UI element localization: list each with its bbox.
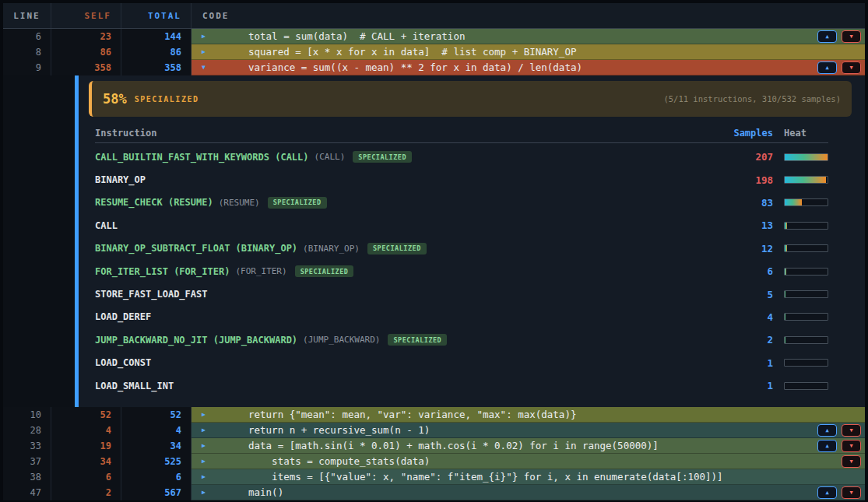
expander-collapsed-icon[interactable]: ▶ — [202, 458, 211, 465]
jump-down-button[interactable]: ▼ — [842, 30, 861, 43]
self-samples: 19 — [51, 438, 121, 454]
expander-collapsed-icon[interactable]: ▶ — [202, 489, 211, 496]
code-text: data = [math.sin(i * 0.01) + math.cos(i … — [248, 440, 659, 451]
line-number: 38 — [3, 469, 51, 485]
jump-down-button[interactable]: ▼ — [842, 440, 861, 452]
instruction-name: LOAD_CONST — [95, 357, 151, 368]
instruction-row: JUMP_BACKWARD_NO_JIT (JUMP_BACKWARD) (JU… — [95, 328, 828, 351]
jump-up-button[interactable]: ▲ — [817, 61, 837, 74]
heat-bar — [784, 222, 828, 230]
instruction-rows: CALL_BUILTIN_FAST_WITH_KEYWORDS (CALL) (… — [95, 143, 828, 397]
jump-up-button[interactable]: ▲ — [817, 486, 837, 499]
code-cell[interactable]: ▶ return n + recursive_sum(n - 1) ▲ ▼ — [192, 423, 865, 438]
sample-count: 207 — [725, 151, 773, 163]
instruction-base-opcode: (JUMP_BACKWARD) — [303, 335, 380, 345]
code-text: return {"mean": mean, "var": variance, "… — [248, 409, 576, 420]
code-cell[interactable]: ▶ items = [{"value": x, "name": f"item_{… — [192, 469, 865, 485]
code-text: squared = [x * x for x in data] # list c… — [248, 46, 576, 58]
specialization-summary-banner: 58% SPECIALIZED (5/11 instructions, 310/… — [89, 81, 852, 117]
instruction-table: Instruction Samples Heat CALL_BUILTIN_FA… — [95, 123, 828, 407]
code-cell[interactable]: ▶ stats = compute_stats(data) ▼ — [192, 454, 865, 469]
code-text: items = [{"value": x, "name": f"item_{i}… — [248, 471, 723, 483]
self-samples: 34 — [51, 454, 121, 469]
panel-content: 58% SPECIALIZED (5/11 instructions, 310/… — [79, 75, 865, 407]
heat-bar — [784, 382, 828, 390]
line-number: 8 — [3, 44, 51, 60]
total-samples: 6 — [121, 469, 192, 485]
heat-bar-fill — [785, 291, 785, 297]
sample-count: 83 — [725, 197, 773, 209]
expander-expanded-icon[interactable]: ▼ — [202, 64, 211, 71]
jump-down-button[interactable]: ▼ — [842, 486, 861, 499]
sample-count: 13 — [725, 219, 773, 231]
column-header-total[interactable]: TOTAL — [121, 3, 192, 28]
self-samples: 6 — [51, 469, 121, 485]
total-samples: 4 — [121, 423, 192, 438]
jump-up-button[interactable]: ▲ — [817, 30, 837, 43]
instruction-name: LOAD_DEREF — [95, 311, 151, 322]
heat-bar-fill — [785, 154, 828, 160]
code-cell[interactable]: ▶ data = [math.sin(i * 0.01) + math.cos(… — [192, 438, 865, 454]
self-samples: 23 — [51, 29, 121, 44]
sample-count: 1 — [725, 357, 773, 369]
line-number: 28 — [3, 423, 51, 438]
expander-collapsed-icon[interactable]: ▶ — [202, 427, 211, 434]
jump-down-button[interactable]: ▼ — [842, 424, 861, 437]
code-cell[interactable]: ▼ variance = sum((x - mean) ** 2 for x i… — [192, 60, 865, 75]
profiler-app: LINE SELF TOTAL CODE 6 23 144 ▶ total = … — [3, 3, 865, 500]
heat-bar — [784, 359, 828, 367]
code-cell[interactable]: ▶ squared = [x * x for x in data] # list… — [192, 44, 865, 60]
jump-up-button[interactable]: ▲ — [817, 440, 837, 452]
heat-bar-fill — [785, 177, 826, 183]
total-samples: 567 — [121, 485, 192, 500]
instruction-name: BINARY_OP_SUBTRACT_FLOAT (BINARY_OP) — [95, 243, 297, 254]
instruction-row: RESUME_CHECK (RESUME) (RESUME) SPECIALIZ… — [95, 191, 828, 214]
instruction-row: BINARY_OP_SUBTRACT_FLOAT (BINARY_OP) (BI… — [95, 237, 828, 260]
instruction-base-opcode: (BINARY_OP) — [303, 244, 360, 254]
code-text: variance = sum((x - mean) ** 2 for x in … — [248, 61, 582, 73]
instruction-row: LOAD_CONST 1 — [95, 352, 828, 374]
jump-up-button[interactable]: ▲ — [817, 424, 837, 437]
self-samples: 52 — [51, 407, 121, 423]
column-header-line[interactable]: LINE — [3, 3, 51, 28]
self-samples: 358 — [51, 60, 121, 75]
expander-collapsed-icon[interactable]: ▶ — [202, 442, 211, 449]
code-cell[interactable]: ▶ return {"mean": mean, "var": variance,… — [192, 407, 865, 423]
total-samples: 525 — [121, 454, 192, 469]
heat-bar — [784, 153, 828, 161]
column-header-instruction[interactable]: Instruction — [95, 128, 156, 139]
column-header-samples[interactable]: Samples — [725, 128, 773, 139]
jump-down-button[interactable]: ▼ — [842, 455, 861, 468]
expander-collapsed-icon[interactable]: ▶ — [202, 33, 211, 40]
column-header-self[interactable]: SELF — [51, 3, 121, 28]
table-row: 6 23 144 ▶ total = sum(data) # CALL + it… — [3, 29, 865, 44]
instruction-name: STORE_FAST_LOAD_FAST — [95, 289, 208, 300]
line-number: 37 — [3, 454, 51, 469]
heat-bar-fill — [785, 314, 785, 320]
heat-bar — [784, 198, 828, 206]
specialized-badge: SPECIALIZED — [388, 334, 447, 346]
instruction-name: JUMP_BACKWARD_NO_JIT (JUMP_BACKWARD) — [95, 335, 297, 346]
column-header-code[interactable]: CODE — [192, 3, 865, 28]
self-samples: 4 — [51, 423, 121, 438]
column-header-heat[interactable]: Heat — [784, 128, 828, 139]
specialized-badge: SPECIALIZED — [367, 243, 427, 255]
table-row-expanded: 9 358 358 ▼ variance = sum((x - mean) **… — [3, 60, 865, 75]
table-row: 8 86 86 ▶ squared = [x * x for x in data… — [3, 44, 865, 60]
code-text: main() — [248, 486, 283, 498]
heat-bar — [784, 290, 828, 298]
instruction-name: BINARY_OP — [95, 174, 146, 185]
line-number: 6 — [3, 29, 51, 44]
panel-left-spacer — [3, 75, 75, 407]
instruction-detail-panel: 58% SPECIALIZED (5/11 instructions, 310/… — [3, 75, 865, 407]
jump-down-button[interactable]: ▼ — [842, 61, 861, 74]
code-cell[interactable]: ▶ total = sum(data) # CALL + iteration ▲… — [192, 29, 865, 44]
expander-collapsed-icon[interactable]: ▶ — [202, 48, 211, 55]
code-cell[interactable]: ▶ main() ▲ ▼ — [192, 485, 865, 500]
expander-collapsed-icon[interactable]: ▶ — [202, 473, 211, 480]
heat-bar-fill — [785, 223, 787, 229]
total-samples: 52 — [121, 407, 192, 423]
expander-collapsed-icon[interactable]: ▶ — [202, 411, 211, 418]
line-number: 10 — [3, 407, 51, 423]
table-row: 47 2 567 ▶ main() ▲ ▼ — [3, 485, 865, 500]
